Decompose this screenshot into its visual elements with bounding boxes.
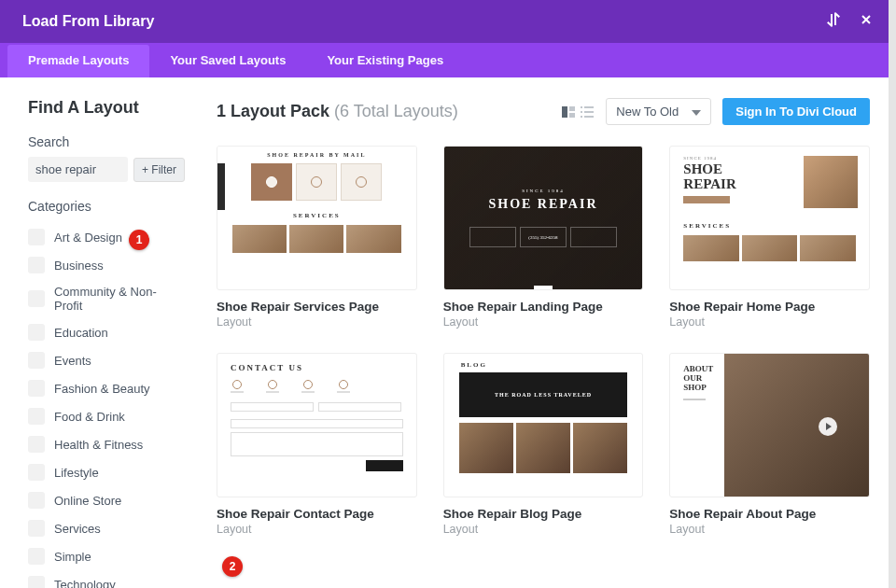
category-item[interactable]: Health & Fitness (28, 430, 185, 458)
sort-value: New To Old (616, 105, 679, 119)
svg-rect-0 (562, 106, 567, 118)
category-item[interactable]: Technology (28, 570, 185, 588)
play-icon (819, 417, 837, 436)
category-label: Education (54, 326, 108, 340)
layout-thumbnail: SINCE 1984 SHOE REPAIR (255) 352-6258 (443, 146, 644, 290)
layout-card[interactable]: SINCE 1984 SHOEREPAIR SERVICES Shoe Repa… (669, 146, 870, 329)
annotation-marker-1: 1 (129, 230, 149, 250)
category-label: Business (54, 259, 104, 273)
category-item[interactable]: Art & Design (28, 223, 185, 251)
svg-rect-8 (584, 116, 594, 118)
search-label: Search (28, 134, 185, 149)
annotation-marker-2: 2 (222, 556, 243, 577)
category-label: Health & Fitness (54, 438, 143, 452)
svg-rect-6 (584, 111, 594, 113)
svg-rect-7 (581, 116, 582, 118)
tab-existing-pages[interactable]: Your Existing Pages (306, 43, 464, 77)
category-item[interactable]: Simple (28, 542, 185, 570)
layout-thumbnail: BLOG THE ROAD LESS TRAVELED (443, 353, 644, 497)
checkbox-icon[interactable] (28, 464, 45, 481)
list-view-icon[interactable] (580, 105, 595, 119)
checkbox-icon[interactable] (28, 492, 45, 509)
categories-label: Categories (28, 199, 185, 214)
category-item[interactable]: Services (28, 514, 185, 542)
layout-card[interactable]: BLOG THE ROAD LESS TRAVELED Shoe Repair … (443, 353, 644, 536)
results-total: (6 Total Layouts) (334, 102, 458, 120)
content: Find A Layout Search + Filter Categories… (0, 77, 896, 588)
category-item[interactable]: Events (28, 346, 185, 374)
svg-rect-1 (569, 106, 575, 111)
checkbox-icon[interactable] (28, 229, 45, 245)
layout-type: Layout (669, 315, 870, 329)
checkbox-icon[interactable] (28, 290, 45, 307)
main-controls: New To Old Sign In To Divi Cloud (561, 98, 870, 125)
category-item[interactable]: Business (28, 251, 185, 279)
svg-rect-5 (581, 111, 582, 113)
layout-type: Layout (443, 523, 644, 536)
layout-type: Layout (217, 523, 417, 536)
checkbox-icon[interactable] (28, 436, 45, 453)
svg-rect-3 (581, 106, 582, 108)
main-panel: 1 Layout Pack (6 Total Layouts) New To O… (205, 77, 896, 588)
grid-view-icon[interactable] (561, 105, 576, 119)
layout-type: Layout (217, 315, 417, 329)
layout-card[interactable]: SHOE REPAIR BY MAIL SERVICES Shoe Repair… (217, 146, 417, 329)
modal-header: Load From Library (0, 0, 896, 43)
layout-title: Shoe Repair Contact Page (217, 507, 417, 521)
checkbox-icon[interactable] (28, 576, 45, 588)
category-label: Community & Non-Profit (54, 285, 185, 313)
layout-title: Shoe Repair About Page (669, 507, 870, 521)
layout-type: Layout (443, 315, 644, 329)
svg-rect-2 (569, 113, 575, 118)
checkbox-icon[interactable] (28, 408, 45, 425)
checkbox-icon[interactable] (28, 324, 45, 341)
sidebar-heading: Find A Layout (28, 98, 185, 118)
category-item[interactable]: Online Store (28, 486, 185, 514)
filter-button[interactable]: + Filter (133, 158, 185, 182)
layout-grid: SHOE REPAIR BY MAIL SERVICES Shoe Repair… (217, 146, 870, 536)
layout-card[interactable]: ABOUTOUR SHOP Shoe Repair About Page Lay… (669, 353, 870, 536)
checkbox-icon[interactable] (28, 548, 45, 565)
layout-type: Layout (669, 523, 870, 536)
checkbox-icon[interactable] (28, 352, 45, 369)
category-item[interactable]: Education (28, 318, 185, 346)
modal-title: Load From Library (22, 13, 154, 30)
search-row: + Filter (28, 157, 185, 182)
category-item[interactable]: Fashion & Beauty (28, 374, 185, 402)
checkbox-icon[interactable] (28, 520, 45, 537)
layout-title: Shoe Repair Landing Page (443, 300, 644, 314)
layout-title: Shoe Repair Services Page (217, 300, 417, 314)
sidebar: Find A Layout Search + Filter Categories… (0, 77, 205, 588)
search-input[interactable] (28, 157, 128, 182)
layout-thumbnail: ABOUTOUR SHOP (669, 353, 870, 497)
results-heading: 1 Layout Pack (6 Total Layouts) (217, 102, 458, 121)
layout-thumbnail: SHOE REPAIR BY MAIL SERVICES (217, 146, 417, 290)
category-label: Events (54, 354, 91, 368)
category-label: Services (54, 522, 101, 536)
categories: Categories Art & Design Business Communi… (28, 199, 185, 588)
category-label: Fashion & Beauty (54, 382, 150, 396)
close-icon[interactable] (859, 12, 874, 31)
signin-button[interactable]: Sign In To Divi Cloud (722, 98, 870, 125)
category-item[interactable]: Community & Non-Profit (28, 279, 185, 318)
chevron-down-icon (692, 105, 701, 119)
checkbox-icon[interactable] (28, 380, 45, 397)
header-actions (827, 12, 874, 31)
category-label: Food & Drink (54, 410, 125, 424)
category-item[interactable]: Lifestyle (28, 458, 185, 486)
main-top: 1 Layout Pack (6 Total Layouts) New To O… (217, 98, 870, 125)
category-label: Art & Design (54, 231, 122, 245)
tab-saved-layouts[interactable]: Your Saved Layouts (149, 43, 306, 77)
tab-premade-layouts[interactable]: Premade Layouts (7, 45, 149, 77)
results-count: 1 Layout Pack (217, 102, 334, 120)
category-label: Online Store (54, 494, 121, 508)
checkbox-icon[interactable] (28, 257, 45, 273)
svg-rect-4 (584, 106, 594, 108)
category-label: Lifestyle (54, 466, 99, 480)
layout-card[interactable]: CONTACT US Shoe Repair Contact Page Layo… (217, 353, 417, 536)
layout-card[interactable]: SINCE 1984 SHOE REPAIR (255) 352-6258 Sh… (443, 146, 644, 329)
category-label: Simple (54, 550, 91, 564)
category-item[interactable]: Food & Drink (28, 402, 185, 430)
sort-toggle-icon[interactable] (827, 12, 842, 31)
sort-select[interactable]: New To Old (606, 98, 711, 125)
